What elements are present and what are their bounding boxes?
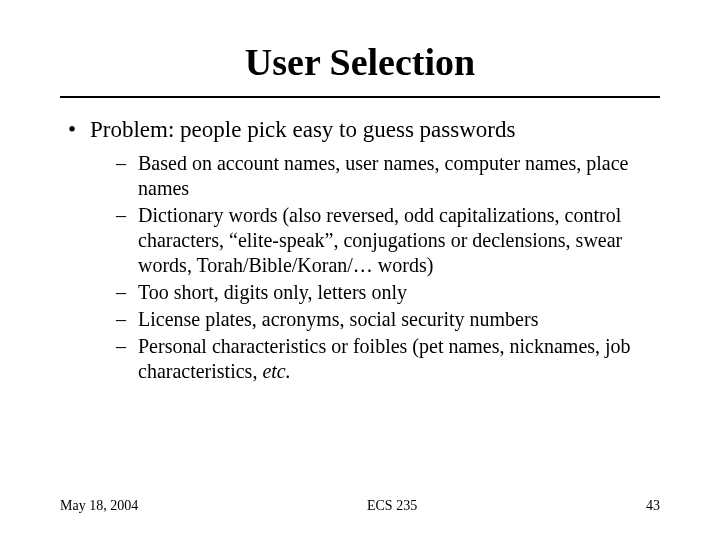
footer-page: 43 [646, 498, 660, 514]
slide-footer: May 18, 2004 ECS 235 43 [60, 498, 660, 514]
slide-title: User Selection [60, 40, 660, 84]
footer-date: May 18, 2004 [60, 498, 138, 514]
bullet-text: Problem: people pick easy to guess passw… [90, 117, 515, 142]
slide: User Selection Problem: people pick easy… [0, 0, 720, 540]
sub-bullet-item: Dictionary words (also reversed, odd cap… [116, 203, 660, 278]
sub-bullet-text: Too short, digits only, letters only [138, 281, 407, 303]
sub-bullet-text: Dictionary words (also reversed, odd cap… [138, 204, 622, 276]
sub-bullet-item: Based on account names, user names, comp… [116, 151, 660, 201]
title-divider [60, 96, 660, 98]
sub-bullet-item: License plates, acronyms, social securit… [116, 307, 660, 332]
sub-bullet-text: Based on account names, user names, comp… [138, 152, 628, 199]
sub-bullet-text-prefix: Personal characteristics or foibles (pet… [138, 335, 631, 382]
sub-bullet-item: Personal characteristics or foibles (pet… [116, 334, 660, 384]
bullet-list-level2: Based on account names, user names, comp… [90, 151, 660, 384]
footer-course: ECS 235 [367, 498, 417, 514]
bullet-item: Problem: people pick easy to guess passw… [68, 116, 660, 384]
sub-bullet-item: Too short, digits only, letters only [116, 280, 660, 305]
sub-bullet-text-italic: etc. [262, 360, 290, 382]
bullet-list-level1: Problem: people pick easy to guess passw… [60, 116, 660, 384]
sub-bullet-text: License plates, acronyms, social securit… [138, 308, 538, 330]
